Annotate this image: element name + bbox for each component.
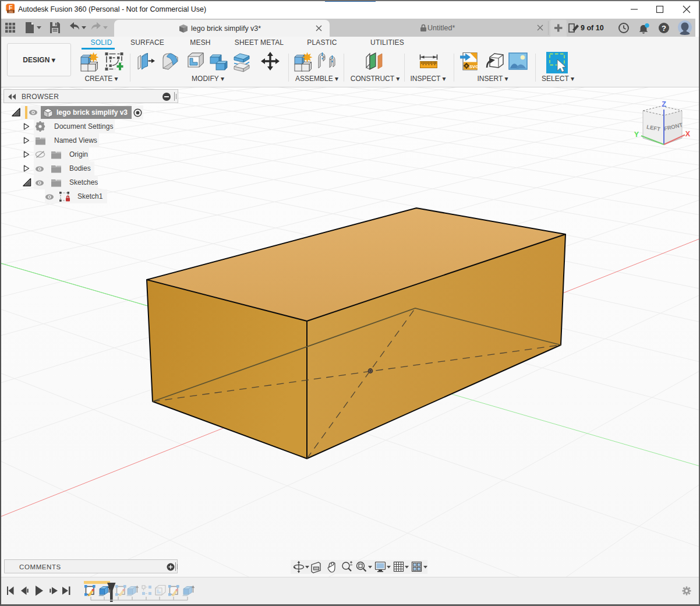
svg-text:?: ? (662, 24, 666, 33)
svg-text:F: F (9, 4, 13, 11)
svg-text:Y: Y (634, 131, 639, 139)
svg-text:360: 360 (9, 10, 13, 13)
svg-text:X: X (685, 130, 691, 138)
svg-text:Z: Z (662, 100, 666, 108)
svg-text:SVG: SVG (469, 64, 479, 69)
